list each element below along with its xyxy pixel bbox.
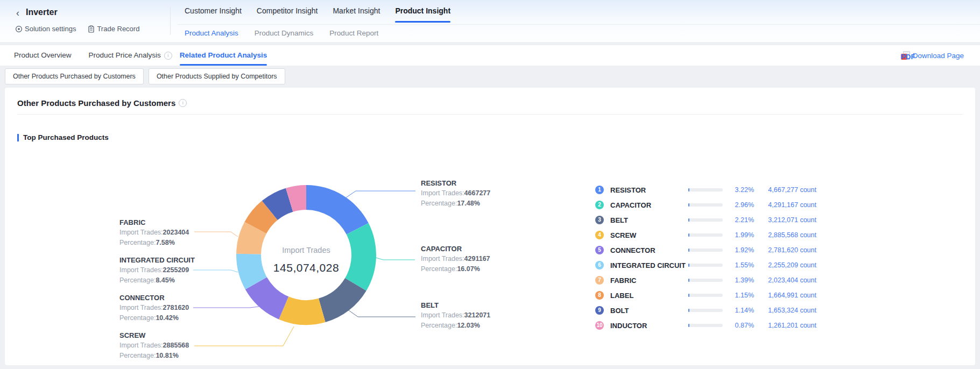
rank-name: BOLT [610, 307, 686, 315]
tab-related-product-analysis[interactable]: Related Product Analysis [180, 45, 267, 66]
rank-bar [688, 218, 723, 222]
ranking-row[interactable]: 6 INTEGRATED CIRCUIT 1.55% 2,255,209 cou… [595, 258, 817, 273]
rank-name: SCREW [610, 231, 686, 239]
target-settings-icon [15, 25, 23, 33]
header-quick-links: Solution settings Trade Record [15, 25, 139, 33]
rank-count[interactable]: 4,667,277 count [759, 186, 816, 194]
tab-product-insight[interactable]: Product Insight [395, 6, 450, 23]
callout-fabric: FABRIC Import Trades:2023404 Percentage:… [119, 217, 189, 248]
download-page-button[interactable]: PDF Download Page [901, 45, 964, 66]
rank-percent: 2.96% [728, 201, 754, 209]
ranking-list: 1 RESISTOR 3.22% 4,667,277 count 2 CAPAC… [595, 182, 817, 333]
leader-line-belt [349, 310, 415, 317]
ranking-row[interactable]: 8 LABEL 1.15% 1,664,991 count [595, 288, 817, 303]
rank-badge: 3 [595, 216, 604, 224]
rank-count[interactable]: 1,653,324 count [759, 307, 816, 314]
ranking-row[interactable]: 2 CAPACITOR 2.96% 4,291,167 count [595, 197, 817, 212]
tab-product-report[interactable]: Product Report [329, 29, 378, 37]
rank-count[interactable]: 2,885,568 count [759, 231, 816, 239]
rank-bar [688, 294, 723, 297]
tab-market-insight[interactable]: Market Insight [333, 6, 380, 23]
tab-competitor-insight[interactable]: Competitor Insight [257, 6, 318, 23]
header-divider [170, 7, 171, 35]
callout-belt: BELT Import Trades:3212071 Percentage:12… [421, 300, 490, 331]
callout-connector: CONNECTOR Import Trades:2781620 Percenta… [119, 293, 189, 323]
rank-bar [688, 324, 723, 327]
rank-percent: 1.92% [728, 246, 754, 254]
ranking-row[interactable]: 3 BELT 2.21% 3,212,071 count [595, 212, 817, 228]
leader-line-fabric [194, 232, 238, 237]
rank-badge: 7 [595, 276, 604, 285]
ranking-row[interactable]: 1 RESISTOR 3.22% 4,667,277 count [595, 182, 817, 197]
ranking-row[interactable]: 10 INDUCTOR 0.87% 1,261,201 count [595, 318, 817, 333]
related-filter-buttons: Other Products Purchased by Customers Ot… [5, 68, 285, 84]
button-other-products-purchased[interactable]: Other Products Purchased by Customers [5, 68, 144, 84]
info-icon[interactable]: i [164, 52, 172, 60]
solution-settings-label: Solution settings [25, 25, 76, 33]
rank-count[interactable]: 1,664,991 count [759, 292, 816, 299]
leader-line-connector [193, 307, 259, 308]
rank-badge: 9 [595, 306, 604, 315]
rank-percent: 3.22% [728, 186, 754, 194]
page-title: Inverter [26, 8, 58, 17]
rank-percent: 1.15% [728, 292, 754, 299]
pdf-icon: PDF [901, 51, 910, 60]
leader-line-resistor [346, 191, 415, 198]
section-info-icon[interactable]: i [179, 99, 187, 107]
accent-bar [17, 134, 19, 141]
ranking-row[interactable]: 7 FABRIC 1.39% 2,023,404 count [595, 273, 817, 288]
rank-name: BELT [610, 216, 686, 224]
rank-percent: 1.39% [728, 276, 754, 284]
rank-badge: 1 [595, 186, 604, 194]
chart-subtitle: Top Purchased Products [17, 133, 109, 141]
ranking-row[interactable]: 9 BOLT 1.14% 1,653,324 count [595, 303, 817, 318]
rank-count[interactable]: 2,255,209 count [759, 261, 816, 269]
donut-center-label: Import Trades 145,074,028 [252, 246, 360, 274]
trade-record-link[interactable]: Trade Record [88, 25, 139, 33]
rank-badge: 6 [595, 261, 604, 269]
rank-percent: 2.21% [728, 216, 754, 224]
rank-name: INTEGRATED CIRCUIT [610, 261, 686, 269]
chart-subtitle-label: Top Purchased Products [23, 133, 109, 141]
ranking-row[interactable]: 5 CONNECTOR 1.92% 2,781,620 count [595, 243, 817, 258]
leader-line-screw [194, 327, 294, 346]
analysis-card: Other Products Purchased by Customers i … [5, 88, 975, 365]
tab-product-price-analysis[interactable]: Product Price Analysis [89, 45, 161, 66]
secondary-tabs: Product Analysis Product Dynamics Produc… [185, 29, 378, 37]
rank-name: CONNECTOR [610, 246, 686, 254]
rank-count[interactable]: 3,212,071 count [759, 216, 816, 224]
tab-product-analysis[interactable]: Product Analysis [185, 29, 238, 37]
tab-customer-insight[interactable]: Customer Insight [185, 6, 242, 23]
callout-capacitor: CAPACITOR Import Trades:4291167 Percenta… [421, 244, 490, 274]
rank-bar [688, 309, 723, 312]
rank-name: RESISTOR [610, 186, 686, 194]
rank-count[interactable]: 2,023,404 count [759, 276, 816, 284]
donut-chart-region: Import Trades 145,074,028 FABRIC Import … [5, 147, 975, 362]
rank-percent: 1.55% [728, 261, 754, 269]
ranking-row[interactable]: 4 SCREW 1.99% 2,885,568 count [595, 228, 817, 243]
leader-line-ic [193, 270, 238, 272]
tab-product-dynamics[interactable]: Product Dynamics [255, 29, 314, 37]
back-chevron-icon[interactable]: ‹ [16, 8, 19, 19]
app-header: ‹ Inverter Solution settings Trade Recor… [0, 0, 980, 42]
solution-settings-link[interactable]: Solution settings [15, 25, 76, 33]
rank-count[interactable]: 1,261,201 count [759, 322, 816, 329]
primary-tabs: Customer Insight Competitor Insight Mark… [185, 6, 450, 23]
donut-center-value: 145,074,028 [252, 261, 360, 274]
page: ‹ Inverter Solution settings Trade Recor… [0, 0, 980, 369]
rank-bar [688, 279, 723, 282]
rank-count[interactable]: 4,291,167 count [759, 201, 816, 209]
button-other-products-supplied[interactable]: Other Products Supplied by Competitors [149, 68, 285, 84]
rank-bar [688, 188, 723, 191]
callout-screw: SCREW Import Trades:2885568 Percentage:1… [119, 330, 189, 361]
donut-slice-resistor[interactable] [306, 185, 369, 235]
rank-badge: 5 [595, 246, 604, 254]
analysis-toolbar: Product Overview Product Price Analysis … [0, 45, 980, 66]
rank-badge: 10 [595, 321, 604, 330]
rank-bar [688, 203, 723, 207]
tab-product-overview[interactable]: Product Overview [14, 45, 72, 66]
rank-badge: 8 [595, 291, 604, 300]
rank-count[interactable]: 2,781,620 count [759, 246, 816, 254]
tabs-underline-track [178, 24, 980, 25]
callout-integrated-circuit: INTEGRATED CIRCUIT Import Trades:2255209… [119, 255, 195, 286]
